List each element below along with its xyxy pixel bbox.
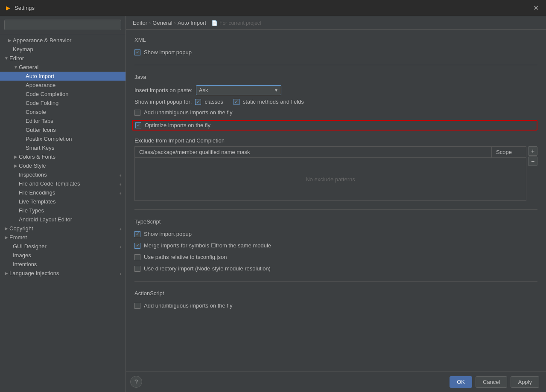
sidebar-item-general[interactable]: ▼ General	[0, 63, 126, 72]
sidebar-item-label: Colors & Fonts	[19, 154, 122, 160]
breadcrumb-sep-2: ›	[174, 20, 176, 26]
close-button[interactable]: ✕	[530, 2, 542, 14]
sidebar-item-gui-designer[interactable]: GUI Designer ⬧	[0, 242, 126, 251]
java-static-methods-checkbox[interactable]	[234, 99, 239, 105]
sidebar-item-postfix-completion[interactable]: Postfix Completion	[0, 134, 126, 143]
arrow-spacer	[13, 172, 19, 178]
sidebar-item-file-encodings[interactable]: File Encodings ⬧	[0, 188, 126, 197]
sidebar-item-appearance[interactable]: Appearance	[0, 81, 126, 90]
java-section-header: Java	[134, 74, 537, 80]
sidebar-item-label: Console	[26, 109, 122, 115]
sidebar-item-label: Code Folding	[26, 100, 122, 106]
arrow-spacer	[20, 82, 26, 88]
cancel-button[interactable]: Cancel	[476, 376, 507, 388]
sidebar-item-emmet[interactable]: ▶ Emmet	[0, 233, 126, 242]
sidebar-item-appearance-behavior[interactable]: ▶ Appearance & Behavior	[0, 36, 126, 45]
actionscript-section-header: ActionScript	[134, 290, 537, 296]
sidebar-item-editor[interactable]: ▼ Editor	[0, 54, 126, 63]
sidebar-item-smart-keys[interactable]: Smart Keys	[0, 143, 126, 152]
sidebar-item-code-completion[interactable]: Code Completion	[0, 90, 126, 99]
share-icon: ⬧	[119, 271, 122, 276]
sidebar-item-label: Android Layout Editor	[19, 216, 122, 223]
java-add-unambiguous-checkbox[interactable]	[134, 110, 140, 116]
share-icon: ⬧	[119, 190, 122, 195]
ts-directory-import-row: Use directory import (Node-style module …	[134, 264, 537, 273]
insert-imports-select[interactable]: Ask ▼	[196, 85, 281, 95]
arrow-icon: ▶	[13, 163, 19, 169]
document-icon: 📄	[211, 20, 218, 26]
ts-show-import-popup-checkbox[interactable]	[134, 231, 140, 237]
sidebar-item-label: Auto Import	[26, 73, 122, 79]
content-scroll: XML Show import popup Java Insert import…	[126, 30, 546, 372]
arrow-spacer	[20, 91, 26, 97]
java-optimize-imports-checkbox[interactable]	[135, 122, 141, 128]
arrow-icon: ▼	[13, 64, 19, 70]
arrow-spacer	[20, 136, 26, 142]
bottom-bar-wrapper: OK Cancel Apply ?	[126, 372, 546, 392]
java-optimize-imports-label: Optimize imports on the fly	[145, 122, 210, 128]
breadcrumb: Editor › General › Auto Import 📄 For cur…	[126, 16, 546, 30]
apply-button[interactable]: Apply	[511, 376, 539, 388]
remove-pattern-button[interactable]: −	[528, 157, 537, 166]
ts-merge-imports-checkbox[interactable]	[134, 243, 140, 249]
sidebar-item-file-types[interactable]: File Types	[0, 206, 126, 215]
ts-directory-import-checkbox[interactable]	[134, 266, 140, 272]
sidebar-item-label: Images	[13, 252, 122, 258]
sidebar-item-label: Editor Tabs	[26, 118, 122, 124]
sidebar-item-language-injections[interactable]: ▶ Language Injections ⬧	[0, 269, 126, 278]
xml-show-import-popup-checkbox[interactable]	[134, 49, 140, 55]
sidebar-item-colors-fonts[interactable]: ▶ Colors & Fonts	[0, 152, 126, 161]
breadcrumb-tag: 📄 For current project	[211, 20, 261, 26]
sidebar-item-label: GUI Designer	[13, 243, 119, 250]
ts-merge-imports-label: Merge imports for symbols ☐from the same…	[144, 242, 271, 249]
sidebar-item-android-layout-editor[interactable]: Android Layout Editor	[0, 215, 126, 224]
sidebar-item-label: Editor	[9, 55, 122, 61]
ts-show-import-popup-row: Show import popup	[134, 230, 537, 238]
dropdown-arrow-icon: ▼	[274, 88, 278, 93]
sidebar: ▶ Appearance & Behavior Keymap ▼ Editor …	[0, 16, 126, 392]
sidebar-item-gutter-icons[interactable]: Gutter Icons	[0, 125, 126, 134]
arrow-spacer	[13, 181, 19, 187]
sidebar-item-label: Gutter Icons	[26, 127, 122, 133]
table-actions: + −	[528, 146, 537, 166]
breadcrumb-editor[interactable]: Editor	[133, 20, 147, 26]
xml-section-header: XML	[134, 37, 537, 43]
java-classes-checkbox[interactable]	[195, 99, 201, 105]
sidebar-item-label: File Types	[19, 207, 122, 214]
sidebar-item-file-code-templates[interactable]: File and Code Templates ⬧	[0, 179, 126, 188]
arrow-spacer	[13, 199, 19, 205]
java-optimize-imports-row: Optimize imports on the fly	[132, 120, 537, 131]
sidebar-item-label: Postfix Completion	[26, 136, 122, 142]
sidebar-item-inspections[interactable]: Inspections ⬧	[0, 170, 126, 179]
sidebar-item-code-folding[interactable]: Code Folding	[0, 99, 126, 107]
breadcrumb-tag-text: For current project	[219, 20, 261, 26]
breadcrumb-general[interactable]: General	[152, 20, 172, 26]
arrow-spacer	[20, 145, 26, 151]
bottom-bar: OK Cancel Apply	[126, 372, 546, 392]
help-button[interactable]: ?	[130, 376, 142, 388]
sidebar-item-auto-import[interactable]: Auto Import	[0, 72, 126, 81]
sidebar-item-images[interactable]: Images	[0, 251, 126, 260]
as-add-unambiguous-checkbox[interactable]	[134, 303, 140, 309]
sidebar-item-live-templates[interactable]: Live Templates	[0, 197, 126, 206]
breadcrumb-sep-1: ›	[149, 20, 151, 26]
content-area: Editor › General › Auto Import 📄 For cur…	[126, 16, 546, 392]
ok-button[interactable]: OK	[450, 376, 472, 388]
insert-imports-value: Ask	[199, 87, 208, 93]
sidebar-item-copyright[interactable]: ▶ Copyright ⬧	[0, 224, 126, 233]
sidebar-item-code-style[interactable]: ▶ Code Style	[0, 161, 126, 170]
sidebar-item-label: Code Style	[19, 163, 122, 169]
sidebar-item-intentions[interactable]: Intentions	[0, 260, 126, 269]
arrow-spacer	[7, 261, 13, 267]
share-icon: ⬧	[119, 181, 122, 186]
ts-paths-relative-checkbox[interactable]	[134, 254, 140, 260]
arrow-spacer	[20, 109, 26, 115]
table-col-scope: Scope	[492, 147, 526, 157]
sidebar-item-console[interactable]: Console	[0, 107, 126, 116]
add-pattern-button[interactable]: +	[528, 146, 537, 156]
sidebar-item-keymap[interactable]: Keymap	[0, 45, 126, 54]
section-divider-1	[134, 65, 537, 65]
sidebar-item-editor-tabs[interactable]: Editor Tabs	[0, 116, 126, 125]
sidebar-item-label: Emmet	[9, 234, 122, 241]
search-input[interactable]	[4, 20, 121, 30]
